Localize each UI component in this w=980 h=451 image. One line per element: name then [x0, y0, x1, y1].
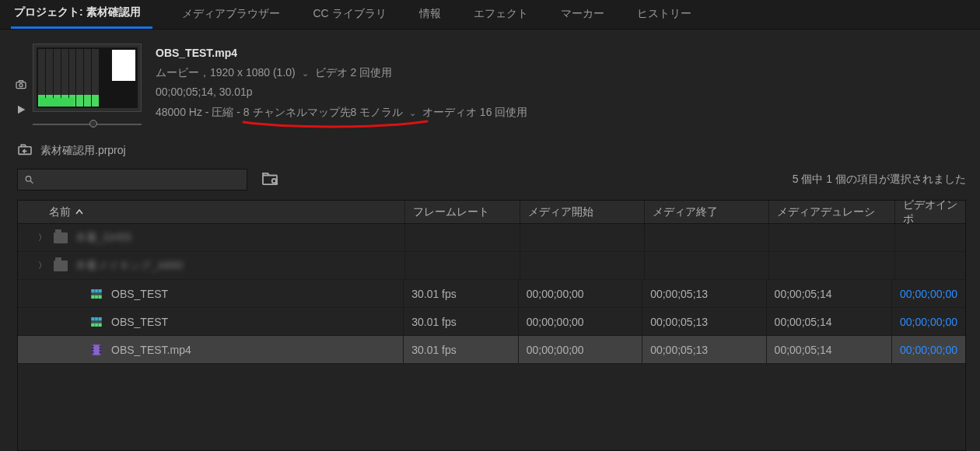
tab-info[interactable]: 情報 [416, 0, 444, 29]
cell-fps [405, 224, 520, 251]
col-header-media-duration[interactable]: メディアデュレーシ [769, 201, 895, 223]
table-row[interactable]: OBS_TEST30.01 fps00;00;00;0000;00;05;130… [18, 280, 965, 308]
cell-m4: 00;00;00;00 [892, 308, 965, 335]
clip-filename: OBS_TEST.mp4 [156, 44, 969, 63]
col-header-name[interactable]: 名前 [18, 201, 405, 223]
video-inpoint-value[interactable]: 00;00;00;00 [900, 316, 957, 328]
cell-m4 [895, 224, 965, 251]
movie-clip-icon [89, 343, 103, 357]
clip-audio-usage: オーディオ 16 回使用 [422, 106, 527, 118]
cell-m1 [520, 224, 645, 251]
clip-audio-line-a: 48000 Hz - 圧縮 - [156, 106, 240, 118]
svg-rect-31 [92, 348, 93, 350]
col-label: メディア終了 [653, 205, 718, 219]
thumbnail-scrubber[interactable] [33, 118, 142, 129]
col-header-framerate[interactable]: フレームレート [405, 201, 520, 223]
cell-fps: 30.01 fps [404, 336, 519, 363]
project-file-row: 素材確認用.prproj [0, 129, 980, 158]
search-field[interactable] [37, 174, 240, 186]
col-label: 名前 [49, 205, 71, 219]
table-row[interactable]: OBS_TEST30.01 fps00;00;00;0000;00;05;130… [18, 308, 965, 336]
svg-rect-13 [91, 289, 102, 293]
cell-m4: 00;00;00;00 [892, 280, 965, 307]
tab-cc-libraries[interactable]: CC ライブラリ [310, 0, 389, 29]
clip-timecode-line: 00;00;05;14, 30.01p [156, 82, 969, 102]
sequence-icon [89, 287, 103, 301]
bin-icon [54, 259, 68, 273]
cell-m3: 00;00;05;14 [767, 336, 892, 363]
svg-rect-30 [92, 345, 93, 347]
tab-effects[interactable]: エフェクト [471, 0, 531, 29]
new-bin-icon[interactable] [261, 172, 278, 188]
project-home-icon[interactable] [17, 143, 33, 158]
sequence-icon [89, 315, 103, 329]
svg-rect-35 [100, 351, 101, 353]
table-row[interactable]: 〉本番メイキング_A860 [18, 252, 965, 280]
play-icon[interactable] [14, 103, 28, 117]
item-name: 本番メイキング_A860 [75, 259, 183, 273]
cell-m1: 00;00;00;00 [519, 336, 642, 363]
video-inpoint-value[interactable]: 00;00;00;00 [900, 288, 957, 300]
col-label: フレームレート [413, 205, 489, 219]
cell-m2 [645, 252, 769, 279]
svg-rect-3 [16, 82, 26, 89]
cell-name: 〉本番メイキング_A860 [18, 252, 405, 279]
sort-ascending-icon [75, 206, 83, 219]
cell-m2 [645, 224, 769, 251]
col-header-media-end[interactable]: メディア終了 [645, 201, 769, 223]
cell-name: 〉本番_GH55 [18, 224, 405, 251]
col-label: ビデオインポ [903, 198, 957, 226]
list-body: 〉本番_GH55〉本番メイキング_A860OBS_TEST30.01 fps00… [18, 224, 965, 450]
svg-rect-14 [91, 295, 102, 299]
search-input[interactable] [17, 169, 247, 191]
cell-m2: 00;00;05;13 [642, 336, 766, 363]
expand-chevron-icon[interactable]: 〉 [38, 260, 46, 271]
svg-rect-33 [100, 345, 101, 347]
cell-m3 [769, 252, 895, 279]
table-row[interactable]: 〉本番_GH55 [18, 224, 965, 252]
svg-rect-21 [91, 323, 102, 327]
annotation-underline-icon [242, 119, 429, 130]
item-name: OBS_TEST [111, 288, 168, 300]
tab-label: メディアブラウザー [182, 7, 280, 19]
svg-line-9 [30, 181, 33, 184]
cell-m3 [769, 224, 895, 251]
clip-video-usage: ビデオ 2 回使用 [315, 66, 393, 79]
poster-frame-icon[interactable] [14, 78, 28, 92]
tab-history[interactable]: ヒストリー [634, 0, 695, 29]
panel-tab-strip: プロジェクト: 素材確認用 メディアブラウザー CC ライブラリ 情報 エフェク… [0, 0, 980, 30]
svg-rect-32 [92, 351, 93, 353]
tab-project[interactable]: プロジェクト: 素材確認用 [11, 0, 152, 29]
cell-m3: 00;00;05;14 [767, 280, 892, 307]
svg-rect-20 [91, 317, 102, 321]
cell-fps [405, 252, 520, 279]
col-label: メディア開始 [528, 205, 593, 219]
col-header-video-inpoint[interactable]: ビデオインポ [895, 201, 965, 223]
tab-media-browser[interactable]: メディアブラウザー [179, 0, 283, 29]
cell-m2: 00;00;05;13 [642, 280, 766, 307]
tab-label: マーカー [561, 7, 604, 19]
tab-label: エフェクト [474, 7, 528, 19]
item-name: OBS_TEST [111, 316, 168, 328]
col-label: メディアデュレーシ [777, 205, 875, 219]
clip-metadata: OBS_TEST.mp4 ムービー，1920 x 1080 (1.0) ⌄ ビデ… [156, 44, 969, 129]
bin-icon [54, 231, 68, 245]
item-name: 本番_GH55 [75, 231, 131, 245]
cell-m4 [895, 252, 965, 279]
tab-label: プロジェクト: 素材確認用 [14, 5, 141, 18]
tab-markers[interactable]: マーカー [558, 0, 607, 29]
cell-m1: 00;00;00;00 [519, 308, 642, 335]
chevron-down-icon[interactable]: ⌄ [299, 68, 312, 78]
project-file-name: 素材確認用.prproj [40, 144, 126, 158]
expand-chevron-icon[interactable]: 〉 [38, 232, 46, 243]
tab-label: CC ライブラリ [313, 7, 386, 19]
col-header-media-start[interactable]: メディア開始 [520, 201, 645, 223]
project-panel: プロジェクト: 素材確認用 メディアブラウザー CC ライブラリ 情報 エフェク… [0, 0, 980, 451]
table-row[interactable]: OBS_TEST.mp430.01 fps00;00;00;0000;00;05… [18, 336, 965, 364]
clip-thumbnail[interactable] [33, 44, 142, 112]
cell-m2: 00;00;05;13 [642, 308, 766, 335]
cell-m1 [520, 252, 645, 279]
chevron-down-icon[interactable]: ⌄ [406, 108, 419, 117]
cell-m3: 00;00;05;14 [767, 308, 892, 335]
video-inpoint-value[interactable]: 00;00;00;00 [900, 344, 957, 356]
